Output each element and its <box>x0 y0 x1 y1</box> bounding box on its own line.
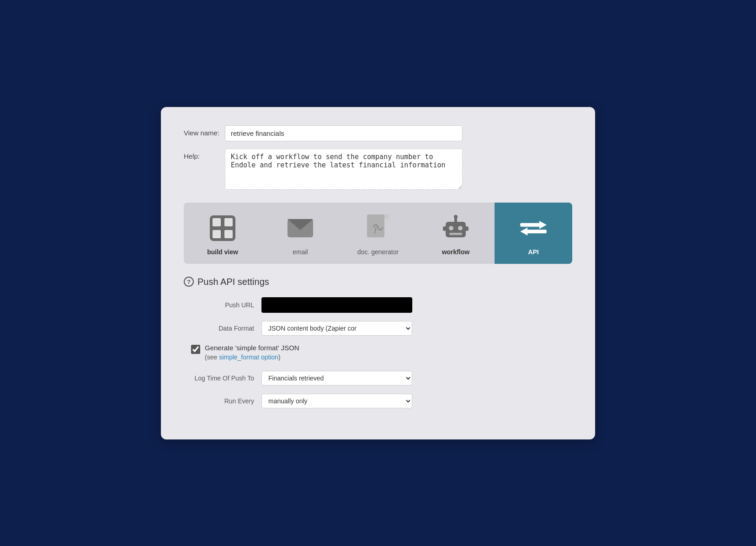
help-row: Help: Kick off a workflow to send the co… <box>184 149 572 190</box>
tab-doc-generator[interactable]: ƒ doc. generator <box>339 203 417 264</box>
push-url-value <box>261 297 412 313</box>
data-format-select[interactable]: JSON content body (Zapier cor Form encod… <box>261 321 412 336</box>
svg-rect-16 <box>449 233 462 235</box>
push-url-row: Push URL <box>184 297 572 313</box>
svg-point-14 <box>449 226 453 230</box>
simple-format-sub: (see simple_format option) <box>205 353 299 361</box>
section-title: ? Push API settings <box>184 277 572 287</box>
tab-build-view-label: build view <box>207 248 238 256</box>
workflow-icon <box>441 214 470 243</box>
svg-rect-17 <box>443 226 446 231</box>
svg-marker-22 <box>520 227 527 236</box>
svg-marker-20 <box>539 221 547 229</box>
svg-rect-2 <box>224 218 233 226</box>
svg-point-15 <box>458 226 463 230</box>
view-name-row: View name: <box>184 125 572 141</box>
main-card: View name: Help: Kick off a workflow to … <box>161 107 595 439</box>
view-name-input[interactable] <box>225 125 463 141</box>
log-time-row: Log Time Of Push To Financials retrieved… <box>184 371 572 385</box>
svg-rect-18 <box>465 226 469 231</box>
log-time-select[interactable]: Financials retrieved None Created Modifi… <box>261 371 412 385</box>
email-icon <box>286 214 315 243</box>
tab-api[interactable]: API <box>495 203 572 264</box>
simple-format-checkbox[interactable] <box>191 345 200 354</box>
tab-email[interactable]: email <box>261 203 339 264</box>
log-time-label: Log Time Of Push To <box>184 375 261 382</box>
help-textarea[interactable]: Kick off a workflow to send the company … <box>225 149 463 190</box>
svg-rect-21 <box>527 230 547 233</box>
simple-format-link[interactable]: simple_format option <box>219 353 278 361</box>
run-every-select[interactable]: manually only hourly daily weekly <box>261 394 412 408</box>
section-title-text: Push API settings <box>197 277 269 287</box>
push-url-label: Push URL <box>184 301 261 309</box>
svg-rect-4 <box>224 230 233 238</box>
view-name-label: View name: <box>184 125 225 137</box>
push-api-section: ? Push API settings Push URL Data Format… <box>184 277 572 408</box>
tab-doc-generator-label: doc. generator <box>357 248 399 256</box>
api-icon <box>519 214 548 243</box>
tab-email-label: email <box>293 248 308 256</box>
svg-point-13 <box>454 215 458 219</box>
run-every-label: Run Every <box>184 397 261 405</box>
svg-rect-1 <box>213 218 221 226</box>
tab-workflow[interactable]: workflow <box>417 203 495 264</box>
section-help-icon[interactable]: ? <box>184 277 194 287</box>
tab-api-label: API <box>528 248 538 256</box>
svg-rect-9 <box>384 214 389 219</box>
tab-workflow-label: workflow <box>442 248 470 256</box>
doc-generator-icon: ƒ <box>363 214 393 243</box>
simple-format-row: Generate 'simple format' JSON (see simpl… <box>191 344 572 361</box>
svg-rect-3 <box>213 230 221 238</box>
run-every-row: Run Every manually only hourly daily wee… <box>184 394 572 408</box>
data-format-row: Data Format JSON content body (Zapier co… <box>184 321 572 336</box>
data-format-label: Data Format <box>184 325 261 332</box>
tab-build-view[interactable]: build view <box>184 203 261 264</box>
svg-rect-19 <box>520 223 540 226</box>
build-view-icon <box>208 214 237 243</box>
tab-bar: build view email ƒ doc. generator <box>184 203 572 264</box>
help-label: Help: <box>184 149 225 160</box>
simple-format-label: Generate 'simple format' JSON <box>205 344 299 352</box>
